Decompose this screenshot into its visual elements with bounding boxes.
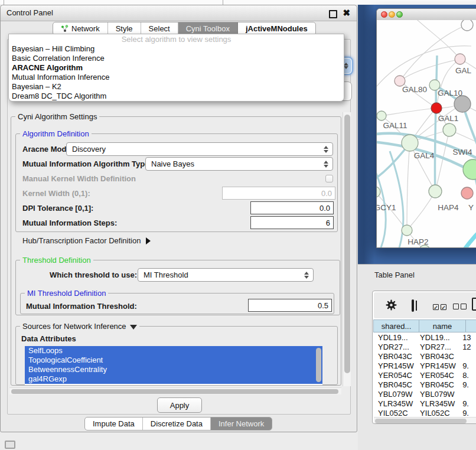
table-row[interactable]: YER054CYER054C8. — [373, 370, 476, 380]
table-cell: 8. — [458, 371, 476, 380]
attribute-item-selected[interactable]: gal4RGexp — [25, 374, 322, 384]
table-cell: YBR043C — [373, 352, 415, 361]
network-graph: GALGAL80GAL10GAL11GAL1SWI4GAL4GCY1HAP4YH… — [377, 20, 476, 248]
group-title: Cyni Algorithm Settings — [15, 112, 99, 121]
combo-value: MI Threshold — [144, 270, 188, 279]
network-node-y[interactable] — [461, 187, 473, 199]
table-row[interactable]: YDR27...YDR27...12 — [373, 342, 476, 351]
column-header-clipped[interactable]: A — [466, 319, 476, 332]
column-header-shared-name[interactable]: shared... — [373, 319, 419, 332]
network-view-window[interactable]: GALGAL80GAL10GAL11GAL1SWI4GAL4GCY1HAP4YH… — [376, 8, 476, 248]
network-node-swi4[interactable] — [463, 159, 476, 180]
algorithm-dropdown-popup: Select algorithm to view settings Bayesi… — [8, 34, 344, 102]
attribute-item-selected[interactable]: SelfLoops — [25, 346, 322, 356]
scrollbar-thumb[interactable] — [375, 419, 467, 423]
group-title: MI Threshold Definition — [25, 289, 108, 298]
node-label: GAL — [455, 66, 472, 75]
table-cell: YER054C — [373, 371, 415, 380]
dropdown-item[interactable]: Dream8 DC_TDC Algorithm — [9, 92, 344, 101]
column-header-name[interactable]: name — [419, 319, 466, 332]
split-columns-icon[interactable] — [412, 299, 414, 312]
table-cell: YBL079W — [415, 390, 458, 399]
table-row[interactable]: YPR145WYPR145W9. — [373, 361, 476, 370]
close-window-icon[interactable] — [381, 11, 387, 18]
table-row[interactable]: YBR045CYBR045C9. — [373, 380, 476, 389]
settings-vertical-scrollbar[interactable] — [343, 112, 351, 386]
dropdown-item[interactable]: Bayesian – Hill Climbing — [9, 44, 344, 54]
table-row[interactable]: YDL19...YDL19...13 — [373, 332, 476, 342]
network-node-hap4[interactable] — [429, 185, 442, 198]
tab-label: Select — [149, 24, 170, 33]
attributes-list-scrollbar[interactable] — [316, 348, 321, 382]
table-horizontal-scrollbar[interactable] — [374, 417, 476, 423]
control-panel-titlebar: Control Panel ✖ — [1, 5, 357, 21]
tab-network[interactable]: Network — [53, 22, 108, 35]
attribute-item-selected[interactable]: BetweennessCentrality — [25, 365, 322, 374]
network-node-hap2[interactable] — [402, 225, 412, 236]
table-cell: YBL079W — [373, 390, 415, 399]
data-attributes-list[interactable]: SelfLoops TopologicalCoefficient Between… — [25, 346, 322, 385]
minimized-panel-icon[interactable] — [5, 441, 15, 449]
attribute-item-selected[interactable]: TopologicalCoefficient — [25, 356, 322, 365]
table-cell: YDR27... — [415, 343, 458, 351]
table-row[interactable]: YIL052CYIL052C9. — [373, 408, 476, 418]
zoom-window-icon[interactable] — [396, 11, 403, 18]
group-title: Threshold Definition — [20, 256, 93, 265]
table-header-row: shared... name A — [373, 319, 476, 332]
mi-steps-field[interactable]: 6 — [250, 216, 334, 229]
expander-collapsed-icon[interactable] — [146, 237, 151, 244]
network-node-gal1[interactable] — [443, 123, 456, 136]
dpi-tolerance-label: DPI Tolerance [0,1]: — [22, 204, 93, 213]
tab-discretize-data[interactable]: Discretize Data — [143, 418, 211, 430]
network-node-gal[interactable] — [455, 54, 465, 64]
minimize-window-icon[interactable] — [389, 11, 395, 18]
tab-cyni-toolbox[interactable]: Cyni Toolbox — [178, 22, 238, 35]
tab-label: Style — [116, 24, 133, 33]
tab-jactivemnodules[interactable]: jActiveMNodules — [238, 22, 315, 35]
node-label: GAL10 — [438, 89, 462, 97]
tab-style[interactable]: Style — [108, 22, 141, 35]
manual-kernel-width-checkbox[interactable] — [325, 175, 333, 182]
kernel-width-field[interactable]: 0.0 — [222, 187, 335, 200]
group-title: Algorithm Definition — [20, 129, 92, 138]
network-node[interactable] — [454, 96, 471, 112]
close-panel-icon[interactable]: ✖ — [343, 8, 350, 18]
float-panel-icon[interactable] — [329, 10, 337, 18]
expander-expanded-icon[interactable] — [130, 325, 137, 330]
scrollbar-thumb[interactable] — [344, 115, 350, 373]
apply-button[interactable]: Apply — [157, 397, 202, 413]
dropdown-item[interactable]: Mutual Information Inference — [9, 73, 344, 82]
tab-select[interactable]: Select — [141, 22, 178, 35]
network-node[interactable] — [461, 20, 473, 31]
which-threshold-combobox[interactable]: MI Threshold — [138, 268, 314, 282]
which-threshold-label: Which threshold to use: — [50, 270, 137, 279]
table-row[interactable]: YLR345WYLR345W9. — [373, 399, 476, 408]
dpi-tolerance-field[interactable]: 0.0 — [250, 201, 334, 214]
table-row[interactable]: YBR043CYBR043C — [373, 351, 476, 361]
network-node[interactable] — [431, 103, 442, 113]
select-all-icon[interactable]: ✓✓ — [433, 301, 448, 312]
scrollbar-thumb[interactable] — [11, 389, 338, 394]
tab-infer-network[interactable]: Infer Network — [211, 418, 272, 430]
network-canvas[interactable]: GALGAL80GAL10GAL11GAL1SWI4GAL4GCY1HAP4YH… — [377, 20, 476, 248]
gear-icon[interactable] — [386, 299, 397, 313]
node-label: GCY1 — [377, 203, 396, 212]
dropdown-item-aracne[interactable]: ARACNE Algorithm — [9, 63, 344, 73]
aracne-mode-combobox[interactable]: Discovery — [66, 142, 333, 156]
dropdown-item[interactable]: Basic Correlation Inference — [9, 54, 344, 63]
settings-horizontal-scrollbar[interactable] — [9, 387, 341, 394]
table-row[interactable]: YBL079WYBL079W — [373, 389, 476, 399]
deselect-all-icon[interactable] — [453, 301, 468, 312]
sources-expander[interactable]: Sources for Network Inference — [20, 322, 139, 331]
network-node-gal4[interactable] — [402, 135, 418, 151]
hub-expander[interactable]: Hub/Transcription Factor Definition — [22, 236, 151, 245]
document-icon[interactable] — [472, 298, 476, 311]
network-window-titlebar[interactable] — [377, 9, 476, 21]
mi-algorithm-type-combobox[interactable]: Naive Bayes — [145, 157, 333, 171]
table-cell: 9. — [458, 409, 476, 418]
tab-impute-data[interactable]: Impute Data — [85, 418, 143, 430]
network-node-gal11[interactable] — [377, 111, 386, 120]
mi-threshold-field[interactable]: 0.5 — [248, 299, 332, 312]
network-node-gcy1[interactable] — [377, 187, 380, 197]
dropdown-item[interactable]: Bayesian – K2 — [9, 82, 344, 92]
